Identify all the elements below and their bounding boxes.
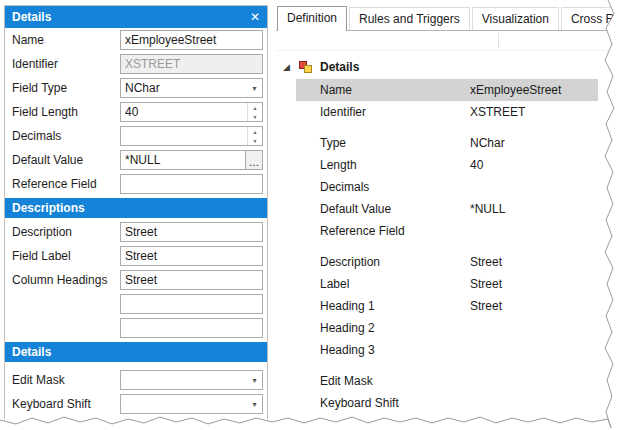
property-value: xEmployeeStreet xyxy=(470,83,598,97)
spin-up-button[interactable]: ▲ xyxy=(248,127,262,136)
property-label: Type xyxy=(320,136,470,150)
grid-column-header xyxy=(276,31,635,51)
spin-down-button[interactable]: ▼ xyxy=(248,112,262,121)
details-panel: Details ✕ Name xEmployeeStreet Identifie… xyxy=(4,5,268,419)
property-label: Default Value xyxy=(320,202,470,216)
property-row-label[interactable]: Label Street xyxy=(296,273,598,295)
spin-down-button[interactable]: ▼ xyxy=(248,136,262,145)
property-row-heading-3[interactable]: Heading 3 xyxy=(296,339,598,361)
details-section-rows: Edit Mask ▾ Keyboard Shift ▾ xyxy=(5,368,267,416)
edit-mask-label: Edit Mask xyxy=(12,373,120,387)
property-row-reference-field[interactable]: Reference Field xyxy=(296,220,598,242)
form-row: Edit Mask ▾ xyxy=(5,368,267,392)
field-label-input[interactable]: Street xyxy=(120,246,263,266)
property-label: Name xyxy=(320,83,470,97)
property-row-description[interactable]: Description Street xyxy=(296,251,598,273)
description-input[interactable]: Street xyxy=(120,222,263,242)
form-row: Field Type NChar ▾ xyxy=(5,76,267,100)
property-row-heading-2[interactable]: Heading 2 xyxy=(296,317,598,339)
default-value-browse-button[interactable]: … xyxy=(245,151,262,169)
field-type-select[interactable]: NChar ▾ xyxy=(120,78,263,98)
row-gap xyxy=(276,361,635,370)
default-value-value: *NULL xyxy=(121,153,245,167)
property-value: *NULL xyxy=(470,202,598,216)
form-row: Column Headings Street xyxy=(5,268,267,292)
tree-root-details[interactable]: ◢ Details xyxy=(276,55,635,79)
property-value: Street xyxy=(470,255,598,269)
property-label: Description xyxy=(320,255,470,269)
property-value: XSTREET xyxy=(470,105,598,119)
property-label: Reference Field xyxy=(320,224,470,238)
dropdown-arrow-icon[interactable]: ▾ xyxy=(247,371,262,389)
spin-up-button[interactable]: ▲ xyxy=(248,103,262,112)
form-row: Identifier XSTREET xyxy=(5,52,267,76)
column-headings-input[interactable]: Street xyxy=(120,270,263,290)
identifier-value: XSTREET xyxy=(121,57,262,71)
keyboard-shift-select[interactable]: ▾ xyxy=(120,394,263,414)
property-row-edit-mask[interactable]: Edit Mask xyxy=(296,370,598,392)
property-label: Keyboard Shift xyxy=(320,396,470,410)
column-headings-label: Column Headings xyxy=(12,273,120,287)
property-label: Label xyxy=(320,277,470,291)
description-value: Street xyxy=(121,225,262,239)
field-label-label: Field Label xyxy=(12,249,120,263)
property-row-heading-1[interactable]: Heading 1 Street xyxy=(296,295,598,317)
field-length-value: 40 xyxy=(121,105,247,119)
tab-rules-and-triggers[interactable]: Rules and Triggers xyxy=(349,7,470,30)
tree-root-label: Details xyxy=(320,60,359,74)
form-row: Default Value *NULL … xyxy=(5,148,267,172)
property-value: NChar xyxy=(470,136,598,150)
properties-tree: ◢ Details Name xEmployeeStreet Identifie… xyxy=(276,51,635,414)
tab-definition[interactable]: Definition xyxy=(277,6,347,31)
dropdown-arrow-icon[interactable]: ▾ xyxy=(247,79,262,97)
form-row: Reference Field xyxy=(5,172,267,196)
edit-mask-select[interactable]: ▾ xyxy=(120,370,263,390)
identifier-label: Identifier xyxy=(12,57,120,71)
dropdown-arrow-icon[interactable]: ▾ xyxy=(247,395,262,413)
descriptions-section-header: Descriptions xyxy=(5,198,267,218)
identifier-input: XSTREET xyxy=(120,54,263,74)
column-heading-3-input[interactable] xyxy=(120,318,263,338)
default-value-input[interactable]: *NULL … xyxy=(120,150,263,170)
property-row-default-value[interactable]: Default Value *NULL xyxy=(296,198,598,220)
name-label: Name xyxy=(12,33,120,47)
property-label: Identifier xyxy=(320,105,470,119)
property-row-identifier[interactable]: Identifier XSTREET xyxy=(296,101,598,123)
tab-bar: Definition Rules and Triggers Visualizat… xyxy=(276,5,635,31)
column-headings-value: Street xyxy=(121,273,262,287)
tab-cross-references[interactable]: Cross References xyxy=(561,7,635,30)
form-row: Name xEmployeeStreet xyxy=(5,28,267,52)
property-label: Heading 1 xyxy=(320,299,470,313)
column-heading-2-input[interactable] xyxy=(120,294,263,314)
default-value-label: Default Value xyxy=(12,153,120,167)
property-label: Decimals xyxy=(320,180,470,194)
tab-visualization[interactable]: Visualization xyxy=(472,7,559,30)
property-row-type[interactable]: Type NChar xyxy=(296,132,598,154)
description-label: Description xyxy=(12,225,120,239)
reference-field-input[interactable] xyxy=(120,174,263,194)
property-label: Edit Mask xyxy=(320,374,470,388)
close-icon[interactable]: ✕ xyxy=(250,10,260,24)
form-row: Field Label Street xyxy=(5,244,267,268)
property-row-decimals[interactable]: Decimals xyxy=(296,176,598,198)
property-row-keyboard-shift[interactable]: Keyboard Shift xyxy=(296,392,598,414)
panel-title: Details xyxy=(12,10,51,24)
form-row: Decimals ▲▼ xyxy=(5,124,267,148)
spinner: ▲▼ xyxy=(247,127,262,145)
tree-expander-icon[interactable]: ◢ xyxy=(283,62,296,72)
field-label-value: Street xyxy=(121,249,262,263)
form-row xyxy=(5,292,267,316)
field-type-value: NChar xyxy=(121,81,247,95)
name-input[interactable]: xEmployeeStreet xyxy=(120,30,263,50)
decimals-stepper[interactable]: ▲▼ xyxy=(120,126,263,146)
details-section-header: Details xyxy=(5,342,267,362)
definition-panel: Definition Rules and Triggers Visualizat… xyxy=(276,5,635,419)
form-row: Description Street xyxy=(5,220,267,244)
row-gap xyxy=(276,123,635,132)
property-row-name[interactable]: Name xEmployeeStreet xyxy=(296,79,598,101)
spinner: ▲▼ xyxy=(247,103,262,121)
field-type-label: Field Type xyxy=(12,81,120,95)
field-length-stepper[interactable]: 40 ▲▼ xyxy=(120,102,263,122)
property-label: Length xyxy=(320,158,470,172)
property-row-length[interactable]: Length 40 xyxy=(296,154,598,176)
